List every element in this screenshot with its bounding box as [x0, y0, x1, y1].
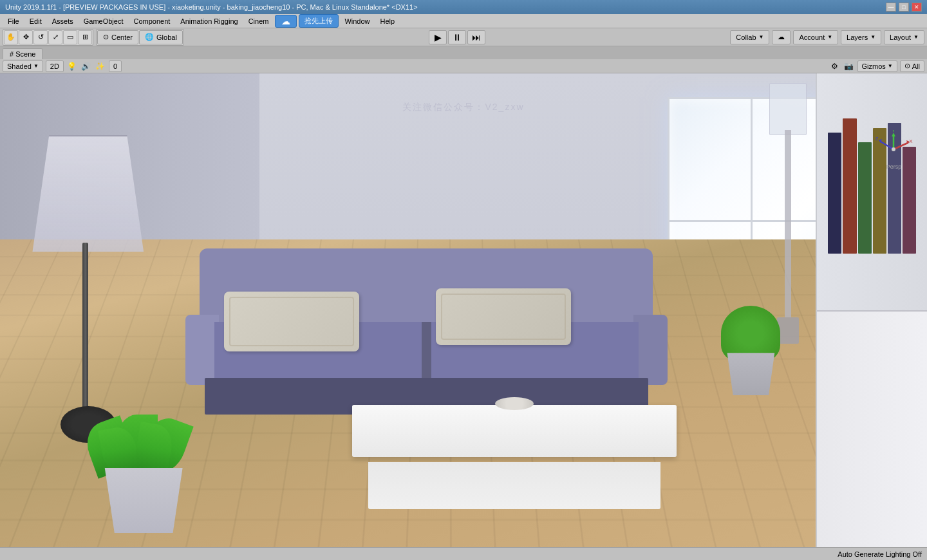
upload-button[interactable]: 抢先上传 [299, 14, 339, 28]
global-label: Global [156, 33, 177, 41]
twod-label: 2D [50, 62, 59, 70]
menu-cinemachine[interactable]: Cinem [243, 16, 274, 26]
center-button[interactable]: ⊙ Center [97, 30, 138, 44]
all-icon: ⊙ [904, 62, 910, 70]
account-button[interactable]: Account ▼ [793, 30, 838, 44]
pivot-tools: ⊙ Center 🌐 Global [96, 29, 184, 46]
pillow-right [436, 288, 571, 345]
svg-line-2 [894, 143, 908, 149]
menu-window[interactable]: Window [339, 16, 375, 26]
viewport[interactable]: 关注微信公众号：V2_zxw Y [0, 73, 927, 547]
scene-canvas: 关注微信公众号：V2_zxw Y [0, 73, 927, 547]
gizmo-svg: Y X Z [874, 130, 913, 169]
status-bar: Auto Generate Lighting Off [0, 547, 927, 560]
menu-component[interactable]: Component [128, 16, 175, 26]
book-1 [828, 133, 841, 254]
title-bar-controls: — □ ✕ [886, 3, 922, 12]
cloud-button[interactable]: ☁ [772, 30, 791, 44]
all-button[interactable]: ⊙ All [900, 61, 924, 72]
menu-bar: File Edit Assets GameObject Component An… [0, 14, 927, 28]
scale-tool-button[interactable]: ⤢ [48, 30, 62, 44]
toolbar: ✋ ✥ ↺ ⤢ ▭ ⊞ ⊙ Center 🌐 Global ▶ ⏸ ⏭ Coll [0, 28, 927, 46]
center-icon: ⊙ [103, 33, 109, 41]
lamp-pole [82, 243, 88, 412]
svg-line-4 [881, 142, 894, 149]
center-label: Center [111, 33, 133, 41]
standing-lamp-tr [769, 83, 807, 344]
account-dropdown-arrow: ▼ [827, 34, 832, 40]
shading-dropdown-arrow: ▼ [33, 63, 39, 69]
menu-help[interactable]: Help [375, 16, 400, 26]
layers-button[interactable]: Layers ▼ [841, 30, 881, 44]
minimize-button[interactable]: — [886, 3, 896, 12]
all-label: All [912, 62, 920, 70]
viewport-tabs: # Scene [0, 46, 927, 59]
hand-tool-button[interactable]: ✋ [4, 30, 18, 44]
watermark: 关注微信公众号：V2_zxw [402, 102, 524, 113]
scene-tab[interactable]: # Scene [3, 48, 42, 59]
account-label: Account [799, 33, 825, 41]
bookshelf-cabinet [817, 310, 927, 547]
persp-label: Persp [886, 163, 902, 170]
main-area: # Scene Shaded ▼ 2D 💡 🔊 ✨ 0 ⚙ 📷 Gizmo [0, 46, 927, 560]
layout-dropdown-arrow: ▼ [913, 34, 919, 40]
lighting-icon[interactable]: 💡 [66, 61, 78, 72]
svg-text:Y: Y [892, 130, 896, 133]
pillow-pattern-right [441, 294, 566, 340]
menu-edit[interactable]: Edit [24, 16, 47, 26]
plant-pot-mr [721, 353, 780, 395]
layers-dropdown-arrow: ▼ [870, 34, 876, 40]
camera-icon[interactable]: 📷 [843, 61, 855, 72]
gizmo[interactable]: Y X Z Persp [874, 130, 913, 169]
layers-label: Layers [847, 33, 868, 41]
audio-icon[interactable]: 🔊 [80, 61, 92, 72]
book-2 [843, 118, 856, 254]
book-3 [858, 142, 872, 253]
menu-assets[interactable]: Assets [47, 16, 79, 26]
floor-lamp [19, 135, 158, 443]
global-icon: 🌐 [145, 33, 154, 41]
transform-tools: ✋ ✥ ↺ ⤢ ▭ ⊞ [3, 29, 93, 46]
rect-tool-button[interactable]: ▭ [63, 30, 77, 44]
sofa [185, 248, 668, 415]
coffee-table-cup [495, 397, 534, 410]
effects-icon[interactable]: ✨ [95, 61, 106, 72]
maximize-button[interactable]: □ [899, 3, 909, 12]
sofa-cushion-divider [422, 322, 431, 385]
gizmos-dropdown-arrow: ▼ [888, 63, 893, 69]
effects-count-label: 0 [113, 62, 117, 70]
menu-file[interactable]: File [3, 16, 24, 26]
menu-animation-rigging[interactable]: Animation Rigging [175, 16, 243, 26]
close-button[interactable]: ✕ [912, 3, 922, 12]
play-button[interactable]: ▶ [429, 30, 447, 44]
menu-gameobject[interactable]: GameObject [79, 16, 129, 26]
svg-point-9 [892, 147, 895, 151]
layout-label: Layout [890, 33, 911, 41]
lamp-shade [32, 135, 144, 252]
shading-dropdown[interactable]: Shaded ▼ [3, 61, 43, 72]
move-tool-button[interactable]: ✥ [19, 30, 33, 44]
step-button[interactable]: ⏭ [467, 30, 485, 44]
twod-button[interactable]: 2D [46, 61, 64, 72]
settings-icon[interactable]: ⚙ [829, 61, 841, 72]
layout-button[interactable]: Layout ▼ [884, 30, 924, 44]
coffee-table-top [352, 405, 677, 457]
shading-label: Shaded [7, 62, 32, 70]
sofa-right-arm [633, 315, 667, 384]
lamp-pole-tr [785, 130, 791, 317]
cloud-icon-toolbar: ☁ [778, 33, 785, 41]
pause-button[interactable]: ⏸ [448, 30, 466, 44]
title-bar-title: Unity 2019.1.1f1 - [PREVIEW PACKAGES IN … [5, 3, 418, 11]
effects-count[interactable]: 0 [109, 61, 122, 72]
plant-mid-right [714, 310, 788, 395]
transform-tool-button[interactable]: ⊞ [78, 30, 92, 44]
gizmos-button[interactable]: Gizmos ▼ [857, 61, 897, 72]
svg-text:Z: Z [876, 136, 879, 142]
rotate-tool-button[interactable]: ↺ [33, 30, 48, 44]
cloud-icon-btn[interactable]: ☁ [275, 15, 297, 28]
global-button[interactable]: 🌐 Global [139, 30, 183, 44]
collab-button[interactable]: Collab ▼ [730, 30, 769, 44]
scene-tab-hash: # [10, 50, 15, 58]
coffee-table-bottom [368, 462, 660, 509]
scene-toolbar: Shaded ▼ 2D 💡 🔊 ✨ 0 ⚙ 📷 Gizmos ▼ ⊙ All [0, 59, 927, 73]
